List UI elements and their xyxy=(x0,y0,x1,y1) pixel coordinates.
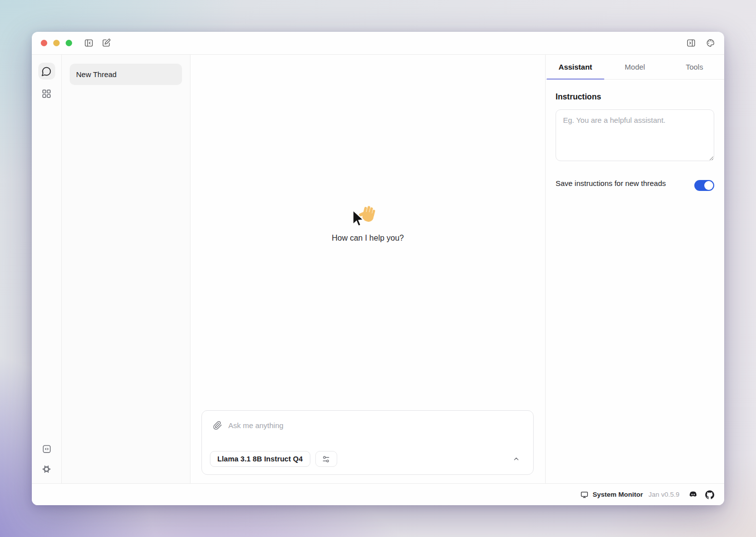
model-selector-label: Llama 3.1 8B Instruct Q4 xyxy=(217,455,303,463)
sidebar-item-threads[interactable] xyxy=(38,63,55,80)
model-selector[interactable]: Llama 3.1 8B Instruct Q4 xyxy=(210,451,310,467)
tab-assistant[interactable]: Assistant xyxy=(546,55,605,79)
app-version-label: Jan v0.5.9 xyxy=(649,491,679,498)
sidebar-item-hub[interactable] xyxy=(41,89,52,99)
traffic-lights xyxy=(41,40,72,46)
system-monitor-button[interactable]: System Monitor xyxy=(580,491,643,499)
status-bar: System Monitor Jan v0.5.9 xyxy=(32,483,724,505)
sliders-icon xyxy=(322,455,330,463)
github-icon[interactable] xyxy=(705,490,714,499)
thread-item-label: New Thread xyxy=(76,70,116,79)
code-box-icon xyxy=(42,444,52,454)
model-settings-button[interactable] xyxy=(315,451,337,467)
compose-new-thread-icon[interactable] xyxy=(101,38,111,48)
grid-icon xyxy=(41,89,52,99)
panel-tabs: Assistant Model Tools xyxy=(546,55,724,80)
instructions-heading: Instructions xyxy=(556,92,714,101)
greeting-text: How can I help you? xyxy=(332,234,404,243)
mouse-cursor xyxy=(350,209,365,230)
thread-list: New Thread xyxy=(62,55,190,483)
assistant-panel: Assistant Model Tools Instructions Save … xyxy=(545,55,724,483)
zoom-button[interactable] xyxy=(66,40,72,46)
minimize-button[interactable] xyxy=(53,40,60,46)
chat-bubble-icon xyxy=(41,66,52,77)
prompt-input[interactable] xyxy=(228,421,523,430)
content-row: New Thread xyxy=(32,55,724,483)
collapse-right-panel-icon[interactable] xyxy=(686,38,696,48)
collapse-left-panel-icon[interactable] xyxy=(84,38,94,48)
chevron-up-icon[interactable] xyxy=(512,455,520,463)
save-instructions-label: Save instructions for new threads xyxy=(556,177,666,190)
titlebar xyxy=(32,32,724,55)
empty-state-greeting: How can I help you? xyxy=(190,204,545,243)
settings-gear-icon xyxy=(41,464,52,474)
discord-icon[interactable] xyxy=(688,490,698,499)
waving-hand-emoji xyxy=(357,204,379,230)
icon-rail xyxy=(32,55,62,483)
app-window: New Thread xyxy=(32,32,724,505)
tab-model[interactable]: Model xyxy=(605,55,665,79)
sidebar-item-settings[interactable] xyxy=(41,464,52,474)
attachment-paperclip-icon[interactable] xyxy=(213,421,222,430)
chat-main: How can I help you? Llama 3.1 8B Instruc… xyxy=(190,55,545,483)
tab-tools[interactable]: Tools xyxy=(664,55,724,79)
prompt-input-box: Llama 3.1 8B Instruct Q4 xyxy=(201,410,534,475)
theme-palette-icon[interactable] xyxy=(706,38,715,48)
thread-item-new-thread[interactable]: New Thread xyxy=(70,64,182,85)
system-monitor-label: System Monitor xyxy=(592,491,643,498)
close-button[interactable] xyxy=(41,40,47,46)
save-instructions-toggle[interactable] xyxy=(694,180,714,191)
instructions-textarea[interactable] xyxy=(556,109,714,161)
toggle-knob xyxy=(704,181,713,190)
monitor-icon xyxy=(580,491,588,499)
sidebar-item-local-api-server[interactable] xyxy=(42,444,52,454)
